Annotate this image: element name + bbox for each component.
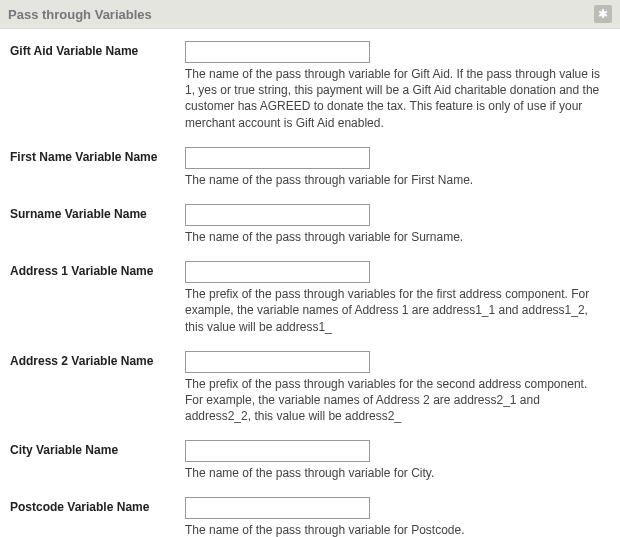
field-row-address2: Address 2 Variable Name	[10, 341, 610, 373]
surname-input[interactable]	[185, 204, 370, 226]
surname-help: The name of the pass through variable fo…	[185, 226, 610, 251]
field-row-gift-aid: Gift Aid Variable Name	[10, 37, 610, 63]
address2-control	[185, 351, 610, 373]
field-row-address1: Address 1 Variable Name	[10, 251, 610, 283]
gift-aid-control	[185, 41, 610, 63]
first-name-control	[185, 147, 610, 169]
surname-control	[185, 204, 610, 226]
field-row-first-name: First Name Variable Name	[10, 137, 610, 169]
postcode-input[interactable]	[185, 497, 370, 519]
panel-body: Gift Aid Variable Name The name of the p…	[0, 29, 620, 537]
first-name-help: The name of the pass through variable fo…	[185, 169, 610, 194]
address1-input[interactable]	[185, 261, 370, 283]
address2-input[interactable]	[185, 351, 370, 373]
address2-label: Address 2 Variable Name	[10, 351, 185, 368]
city-input[interactable]	[185, 440, 370, 462]
first-name-label: First Name Variable Name	[10, 147, 185, 164]
address2-help: The prefix of the pass through variables…	[185, 373, 610, 431]
field-row-surname: Surname Variable Name	[10, 194, 610, 226]
panel-title: Pass through Variables	[8, 7, 152, 22]
city-label: City Variable Name	[10, 440, 185, 457]
surname-label: Surname Variable Name	[10, 204, 185, 221]
address1-help: The prefix of the pass through variables…	[185, 283, 610, 341]
first-name-input[interactable]	[185, 147, 370, 169]
address1-label: Address 1 Variable Name	[10, 261, 185, 278]
postcode-control	[185, 497, 610, 519]
star-icon[interactable]: ✱	[594, 5, 612, 23]
field-row-city: City Variable Name	[10, 430, 610, 462]
gift-aid-input[interactable]	[185, 41, 370, 63]
gift-aid-label: Gift Aid Variable Name	[10, 41, 185, 58]
postcode-help: The name of the pass through variable fo…	[185, 519, 610, 537]
address1-control	[185, 261, 610, 283]
field-row-postcode: Postcode Variable Name	[10, 487, 610, 519]
city-help: The name of the pass through variable fo…	[185, 462, 610, 487]
panel-header: Pass through Variables ✱	[0, 0, 620, 29]
pass-through-variables-panel: Pass through Variables ✱ Gift Aid Variab…	[0, 0, 620, 537]
gift-aid-help: The name of the pass through variable fo…	[185, 63, 610, 137]
postcode-label: Postcode Variable Name	[10, 497, 185, 514]
city-control	[185, 440, 610, 462]
